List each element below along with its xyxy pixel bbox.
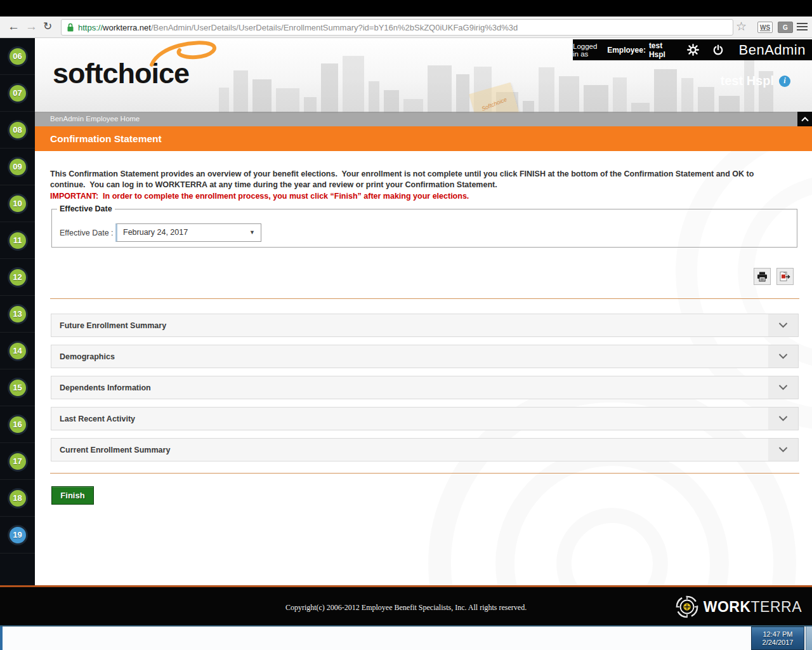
chevron-down-icon[interactable] <box>768 314 798 336</box>
building-shape <box>654 69 677 113</box>
building-shape <box>304 97 317 113</box>
sidebar-step-09[interactable]: 09 <box>0 149 35 185</box>
url-bar[interactable]: https://workterra.net/BenAdmin/UserDetai… <box>61 19 733 36</box>
step-circle: 18 <box>8 488 28 508</box>
sidebar-step-11[interactable]: 11 <box>0 222 35 259</box>
sidebar-step-06[interactable]: 06 <box>0 38 35 75</box>
pdf-export-icon <box>779 272 791 282</box>
accordion-title: Future Enrollment Summary <box>51 321 768 330</box>
settings-gear-icon[interactable] <box>687 44 699 56</box>
target-watermark-mid <box>495 447 729 585</box>
finish-button[interactable]: Finish <box>51 486 94 505</box>
printer-icon <box>757 272 768 282</box>
chevron-down-icon[interactable] <box>768 408 798 430</box>
step-circle: 07 <box>8 83 28 103</box>
show-desktop-button[interactable] <box>806 627 812 650</box>
url-text: https://workterra.net/BenAdmin/UserDetai… <box>78 23 518 32</box>
building-shape <box>559 76 579 113</box>
page-footer: Copyright(c) 2006-2012 Employee Benefit … <box>0 587 812 625</box>
url-path: /BenAdmin/UserDetails/UserDetails/Enroll… <box>151 23 518 32</box>
sidebar-step-16[interactable]: 16 <box>0 406 35 443</box>
chevron-down-icon[interactable] <box>768 439 798 461</box>
print-button[interactable] <box>754 268 771 285</box>
back-button[interactable]: ← <box>8 18 20 35</box>
screen: ← → ↻ https://workterra.net/BenAdmin/Use… <box>0 0 812 650</box>
forward-button[interactable]: → <box>25 18 37 35</box>
collapse-header-button[interactable] <box>797 112 812 126</box>
breadcrumb: BenAdmin Employee Home <box>50 112 140 126</box>
accordion-title: Last Recent Activity <box>51 415 768 423</box>
building-shape <box>681 78 693 113</box>
sidebar-step-15[interactable]: 15 <box>0 369 35 406</box>
tray-clock[interactable]: 12:47 PM 2/24/2017 <box>751 627 804 650</box>
sidebar-step-07[interactable]: 07 <box>0 75 35 112</box>
workterra-logo: WORKTERRA <box>675 595 802 619</box>
page-content: This Confirmation Statement provides an … <box>35 151 812 585</box>
account-bar: Logged in as Employee: test Hspl BenAdmi… <box>573 39 812 60</box>
accordion-last-recent-activity[interactable]: Last Recent Activity <box>51 407 799 430</box>
app-name: BenAdmin <box>738 42 806 58</box>
effective-date-select[interactable]: February 24, 2017 ▼ <box>115 223 261 242</box>
building-shape <box>719 96 740 113</box>
sidebar-step-18[interactable]: 18 <box>0 480 35 517</box>
building-shape <box>456 74 469 113</box>
extension-ws-icon[interactable]: WS <box>757 22 773 33</box>
step-circle: 16 <box>8 415 28 435</box>
sidebar-step-17[interactable]: 17 <box>0 443 35 480</box>
divider-rule-top <box>50 298 799 299</box>
user-name-label: test Hspl <box>721 74 774 88</box>
building-shape <box>276 88 299 113</box>
info-icon[interactable]: i <box>779 76 790 87</box>
building-shape <box>321 63 338 113</box>
windows-taskbar: 12:47 PM 2/24/2017 <box>0 625 812 650</box>
accordion-demographics[interactable]: Demographics <box>51 345 799 368</box>
url-domain: workterra.net <box>103 23 151 32</box>
accordion-title: Dependents Information <box>51 383 768 392</box>
accordion-dependents-information[interactable]: Dependents Information <box>51 376 799 399</box>
step-circle: 11 <box>8 230 28 251</box>
logged-in-prefix: Logged in as <box>573 43 605 58</box>
lock-icon <box>67 23 74 32</box>
accordion-future-enrollment-summary[interactable]: Future Enrollment Summary <box>51 314 799 337</box>
logged-in-user: test Hspl <box>649 41 674 59</box>
sidebar-step-13[interactable]: 13 <box>0 296 35 333</box>
building-shape <box>369 81 379 113</box>
sidebar-step-10[interactable]: 10 <box>0 185 35 222</box>
sidebar-step-12[interactable]: 12 <box>0 259 35 296</box>
building-shape <box>384 90 399 113</box>
sidebar-step-19[interactable]: 19 <box>0 517 35 554</box>
bookmark-star-icon[interactable]: ☆ <box>736 19 747 34</box>
important-note: IMPORTANT: In order to complete the enro… <box>50 192 469 201</box>
chevron-up-icon <box>801 117 809 122</box>
clock-time: 12:47 PM <box>763 630 792 638</box>
chevron-down-icon[interactable] <box>768 345 798 368</box>
reload-button[interactable]: ↻ <box>43 18 52 35</box>
brand-terra: TERRA <box>751 599 802 615</box>
browser-titlebar <box>0 0 812 17</box>
accordion-title: Demographics <box>51 352 768 361</box>
sticky-note-text: Softchoice <box>481 96 508 112</box>
brand-work: WORK <box>704 599 751 615</box>
taskbar-left-edge <box>0 627 3 650</box>
building-shape <box>698 87 714 113</box>
accordion-title: Current Enrollment Summary <box>51 446 768 454</box>
logo-scribble-icon <box>147 38 221 71</box>
step-circle: 08 <box>8 120 28 140</box>
export-pdf-button[interactable] <box>776 268 794 285</box>
browser-menu-icon[interactable] <box>797 23 808 30</box>
sidebar-step-14[interactable]: 14 <box>0 333 35 369</box>
building-shape <box>584 85 608 113</box>
chevron-down-icon[interactable] <box>768 376 798 399</box>
user-area: test Hspl i <box>721 74 790 88</box>
sidebar-step-08[interactable]: 08 <box>0 112 35 149</box>
toolbar-icons <box>754 268 794 285</box>
logout-power-icon[interactable] <box>713 44 723 56</box>
softchoice-logo: softchoice <box>53 57 189 90</box>
accordion-current-enrollment-summary[interactable]: Current Enrollment Summary <box>51 438 799 461</box>
target-watermark-inner <box>556 508 668 585</box>
page-title: Confirmation Statement <box>50 126 162 151</box>
extension-g-icon[interactable]: G <box>778 22 793 33</box>
step-circle: 15 <box>8 378 28 398</box>
step-circle: 17 <box>8 451 28 472</box>
step-circle: 06 <box>8 46 28 67</box>
